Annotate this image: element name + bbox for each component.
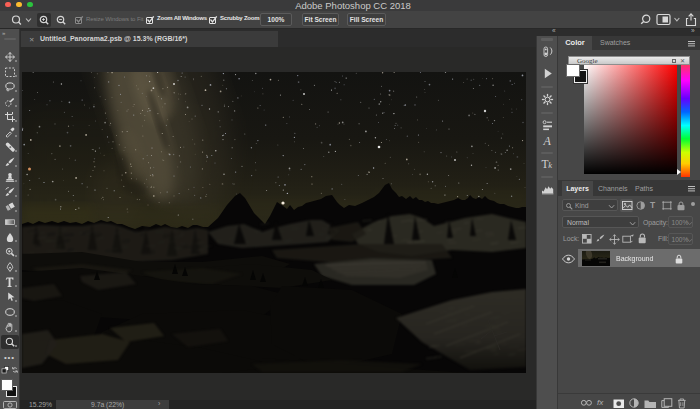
- svg-text:A: A: [542, 134, 551, 148]
- svg-text:k: k: [548, 160, 552, 170]
